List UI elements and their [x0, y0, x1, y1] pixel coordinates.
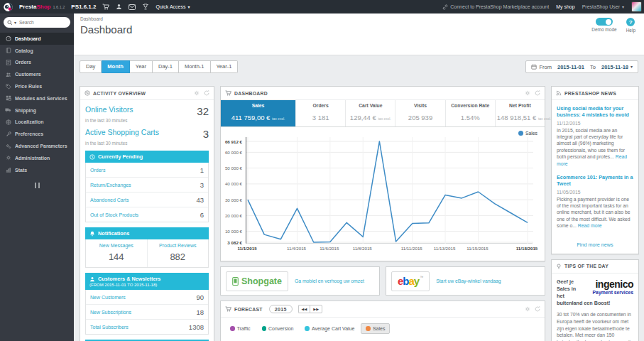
dashboard-panel-title: DASHBOARD	[234, 91, 268, 96]
marketplace-link[interactable]: Connect to PrestaShop Marketplace accoun…	[442, 4, 549, 10]
customers-icon[interactable]	[116, 4, 122, 10]
news-article[interactable]: Ecommerce 101: Payments in a Tweet 11/05…	[557, 174, 633, 229]
ebay-link: Start uw eBay-winkel vandaag	[436, 278, 501, 283]
gears-icon	[5, 144, 11, 149]
online-visitors-link[interactable]: Online Visitors	[85, 105, 133, 114]
forecast-prev-button[interactable]: ◀◀	[298, 305, 310, 313]
collapse-icon	[35, 183, 40, 188]
cart-icon	[225, 90, 231, 96]
customers-newsletters-section: Customers & Newsletters (FROM 2015-11-01…	[85, 273, 209, 335]
range-day-1-button[interactable]: Day-1	[153, 60, 179, 73]
sidebar-item-stats[interactable]: Stats	[0, 164, 74, 176]
sidebar-item-dashboard[interactable]: Dashboard	[0, 33, 74, 45]
cart-icon	[225, 306, 231, 312]
user-menu[interactable]: PrestaShop User▾	[582, 4, 624, 9]
sidebar-item-administration[interactable]: Administration	[0, 152, 74, 164]
range-year-button[interactable]: Year	[130, 60, 153, 73]
chart-legend[interactable]: Sales	[518, 131, 537, 136]
sidebar-item-orders[interactable]: Orders	[0, 57, 74, 69]
new-customers-row[interactable]: New Customers90	[86, 290, 208, 304]
book-icon	[5, 48, 11, 53]
ebay-banner[interactable]: e b a y ™ Start uw eBay-winkel vandaag	[386, 266, 545, 296]
user-avatar[interactable]	[631, 1, 642, 12]
rss-icon	[556, 90, 562, 96]
forecast-toggle-conversion[interactable]: Conversion	[257, 323, 299, 334]
help-icon[interactable]: ?	[626, 18, 635, 26]
online-visitors-sub: in the last 30 minutes	[85, 118, 209, 123]
kpi-tabs: Sales 411 759,00 € tax excl. Orders 3 18…	[221, 100, 545, 127]
forecast-legend: Traffic Conversion Average Cart Value Sa…	[221, 318, 545, 340]
range-year-1-button[interactable]: Year-1	[211, 60, 239, 73]
tag-icon	[5, 84, 11, 90]
date-range-picker[interactable]: From 2015-11-01 To 2015-11-18 ▾	[525, 60, 638, 73]
new-messages-cell[interactable]: New Messages144	[86, 239, 147, 267]
kpi-tab-conversion-rate[interactable]: Conversion Rate 1.54%	[445, 100, 495, 126]
chart-x-axis: 11/1/201511/4/201511/6/201511/8/201511/1…	[246, 246, 533, 254]
kpi-tab-sales[interactable]: Sales 411 759,00 € tax excl.	[221, 100, 295, 126]
refresh-icon[interactable]	[204, 90, 209, 96]
refresh-icon[interactable]	[535, 306, 540, 312]
messages-icon[interactable]	[129, 4, 136, 10]
sidebar-item-catalog[interactable]: Catalog	[0, 45, 74, 57]
trophy-icon[interactable]	[142, 4, 149, 10]
sidebar-item-preferences[interactable]: Preferences	[0, 128, 74, 140]
person-icon	[89, 276, 95, 282]
read-more-link[interactable]: Read more	[578, 223, 602, 228]
forecast-panel-title: FORECAST	[234, 307, 263, 312]
ingenico-logo: ingenico Payment services	[579, 279, 633, 295]
sidebar: ▾ Dashboard Catalog Orders Customers Pri…	[0, 13, 74, 341]
sidebar-item-advanced-parameters[interactable]: Advanced Parameters	[0, 140, 74, 152]
wrench-icon	[5, 131, 11, 137]
kpi-tab-cart-value[interactable]: Cart Value 129,44 € tax excl.	[345, 100, 395, 126]
sidebar-collapse-button[interactable]	[0, 183, 74, 188]
kpi-tab-net-profit[interactable]: Net Profit 148 918,51 € tax excl.	[495, 100, 545, 126]
refresh-icon[interactable]	[535, 90, 540, 96]
gear-icon	[5, 155, 11, 161]
forecast-year[interactable]: 2015	[269, 305, 293, 313]
trademark-icon: ™	[420, 275, 423, 279]
pending-row-out-of-stock[interactable]: Out of Stock Products6	[86, 207, 208, 222]
total-subscribers-row[interactable]: Total Subscribers1308	[86, 319, 208, 334]
pending-row-orders[interactable]: Orders1	[86, 163, 208, 177]
range-month-button[interactable]: Month	[102, 60, 130, 73]
shopgate-banner[interactable]: Shopgate Ga mobiel en verhoog uw omzet	[220, 266, 380, 296]
sidebar-item-localization[interactable]: Localization	[0, 117, 74, 129]
demo-mode-toggle[interactable]	[596, 18, 613, 26]
range-month-1-button[interactable]: Month-1	[179, 60, 211, 73]
sidebar-item-price-rules[interactable]: Price Rules	[0, 80, 74, 92]
chain-link-icon	[442, 4, 448, 10]
gear-icon[interactable]	[194, 90, 200, 96]
sidebar-nav: Dashboard Catalog Orders Customers Price…	[0, 33, 74, 176]
forecast-toggle-average-cart-value[interactable]: Average Cart Value	[300, 323, 359, 334]
sidebar-search[interactable]: ▾	[4, 17, 70, 28]
legend-dot-icon	[518, 131, 523, 136]
pending-row-returns[interactable]: Return/Exchanges3	[86, 177, 208, 192]
product-reviews-cell[interactable]: Product Reviews882	[147, 239, 209, 267]
breadcrumb[interactable]: Dashboard	[80, 16, 638, 21]
online-visitors-value: 32	[197, 105, 209, 117]
range-day-button[interactable]: Day	[80, 60, 102, 73]
search-input[interactable]	[18, 19, 58, 26]
active-carts-link[interactable]: Active Shopping Carts	[85, 128, 159, 136]
forecast-next-button[interactable]: ▶▶	[310, 305, 322, 313]
my-shop-link[interactable]: My shop	[556, 4, 574, 9]
sidebar-item-modules-and-services[interactable]: Modules and Services	[0, 92, 74, 104]
find-more-news-link[interactable]: Find more news	[557, 237, 633, 252]
gear-icon[interactable]	[525, 90, 530, 96]
forecast-toggle-traffic[interactable]: Traffic	[225, 323, 256, 334]
pulse-icon	[84, 90, 90, 96]
gear-icon[interactable]	[525, 306, 530, 312]
new-subscriptions-row[interactable]: New Subscriptions18	[86, 304, 208, 319]
cart-icon[interactable]	[102, 4, 109, 10]
chart-plot-area	[246, 137, 533, 244]
quick-access-menu[interactable]: Quick Access▾	[155, 4, 190, 9]
pending-row-abandoned-carts[interactable]: Abandoned Carts43	[86, 192, 208, 207]
kpi-tab-orders[interactable]: Orders 3 181	[295, 100, 345, 126]
news-article[interactable]: Using social media for your business: 4 …	[557, 105, 633, 167]
sidebar-item-shipping[interactable]: Shipping	[0, 104, 74, 117]
kpi-tab-visits[interactable]: Visits 205 939	[395, 100, 444, 126]
help-label: Help	[626, 28, 635, 33]
notifications-section: Notifications New Messages144 Product Re…	[85, 227, 209, 268]
sidebar-item-customers[interactable]: Customers	[0, 68, 74, 80]
forecast-toggle-sales[interactable]: Sales	[361, 323, 390, 334]
